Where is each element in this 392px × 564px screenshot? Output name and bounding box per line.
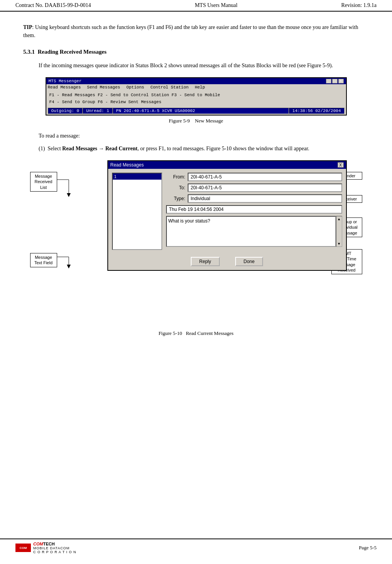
- close-btn[interactable]: X: [338, 79, 344, 83]
- annotation-box-msg-text: MessageText Field: [30, 253, 57, 267]
- message-list-item[interactable]: 1: [113, 173, 161, 180]
- logo-name: COMTECH: [33, 542, 76, 546]
- read-instruction: To read a message:: [39, 132, 369, 140]
- menu-read-messages[interactable]: Read Messages: [48, 85, 81, 90]
- page-number: Page 5-5: [359, 545, 377, 551]
- dialog-buttons: Reply Done: [108, 254, 346, 270]
- step-number: (1): [39, 146, 45, 151]
- mts-messenger-window: MTS Messenger _ □ X Read Messages Send M…: [46, 77, 347, 116]
- annotation-message-received-list: MessageReceivedList: [30, 172, 57, 192]
- dialog-area: MessageReceivedList Sender Receiver: [30, 160, 362, 323]
- step-rest: , or press F1, to read messages. Figure …: [137, 146, 309, 151]
- body-paragraph: If the incoming messages queue indicator…: [39, 61, 369, 70]
- shortcuts-line2: F4 - Send to Group F6 - Review Sent Mess…: [49, 99, 343, 106]
- dialog-titlebar: Read Messages X: [108, 161, 346, 169]
- annotation-msg-text-field: MessageText Field: [30, 253, 57, 267]
- status-info: PN 20I-40-671-A-5 XCVR USA00002: [113, 108, 289, 114]
- dialog-title: Read Messages: [110, 162, 144, 168]
- message-text-area: What is your status?: [166, 216, 336, 247]
- reply-button[interactable]: Reply: [191, 257, 220, 266]
- tip-label: TIP: [23, 24, 32, 30]
- figure-9-title: New Message: [195, 118, 223, 124]
- main-content: TIP: Using keyboard shortcuts such as th…: [0, 12, 392, 360]
- logo-sub2: C O R P O R A T I O N: [33, 550, 76, 554]
- arrow-msg-list: [57, 176, 96, 199]
- dialog-body: 1 From: 20I-40-671-A-5 To: 20I-40-671-A-…: [108, 169, 346, 254]
- date-value: Thu Feb 19 14:04:56 2004: [166, 205, 342, 214]
- tip-paragraph: TIP: Using keyboard shortcuts such as th…: [23, 23, 369, 39]
- scroll-up-arrow[interactable]: ▲: [337, 217, 341, 221]
- svg-marker-2: [67, 193, 71, 197]
- footer-logo: COM COMTECH MOBILE DATACOM C O R P O R A…: [15, 542, 76, 554]
- mts-menubar: Read Messages Send Messages Options Cont…: [46, 84, 346, 90]
- dialog-close-button[interactable]: X: [338, 162, 344, 168]
- maximize-btn[interactable]: □: [332, 79, 338, 83]
- from-value: 20I-40-671-A-5: [188, 173, 342, 181]
- to-value: 20I-40-671-A-5: [188, 183, 342, 192]
- done-button[interactable]: Done: [235, 257, 263, 266]
- header-center: MTS Users Manual: [195, 2, 237, 8]
- type-value: Individual: [188, 194, 342, 203]
- menu-options[interactable]: Options: [126, 85, 144, 90]
- logo-text-group: COMTECH MOBILE DATACOM C O R P O R A T I…: [33, 542, 76, 554]
- to-label: To:: [166, 185, 185, 190]
- scrollbar[interactable]: ▲ ▼: [336, 216, 342, 247]
- logo-com: COM: [33, 542, 43, 546]
- message-list-panel: 1: [112, 173, 162, 250]
- header-right: Revision: 1.9.1a: [341, 2, 377, 8]
- figure-9-number: Figure 5-9: [169, 118, 190, 124]
- tip-text: : Using keyboard shortcuts such as the f…: [23, 24, 358, 38]
- mts-statusbar: Outgoing: 0 Unread: 1 PN 20I-40-671-A-5 …: [46, 107, 346, 115]
- header-left: Contract No. DAAB15-99-D-0014: [15, 2, 91, 8]
- figure-10-caption: Figure 5-10 Read Current Messages: [23, 330, 369, 336]
- page-footer: COM COMTECH MOBILE DATACOM C O R P O R A…: [0, 539, 392, 556]
- status-unread: Unread: 1: [83, 108, 112, 114]
- figure-9-caption: Figure 5-9 New Message: [23, 118, 369, 124]
- logo-icon: COM: [15, 544, 31, 552]
- figure-10-number: Figure 5-10: [158, 330, 182, 336]
- menu-control-station[interactable]: Control Station: [150, 85, 188, 90]
- titlebar-buttons: _ □ X: [326, 79, 344, 83]
- to-row: To: 20I-40-671-A-5: [166, 183, 342, 192]
- type-label: Type:: [166, 196, 185, 201]
- step-paragraph: (1) Select Read Messages → Read Current,…: [39, 144, 369, 153]
- type-row: Type: Individual: [166, 194, 342, 203]
- from-row: From: 20I-40-671-A-5: [166, 173, 342, 181]
- date-row: Thu Feb 19 14:04:56 2004: [166, 205, 342, 214]
- mts-shortcut-content: F1 - Read Messages F2 - Send to Control …: [46, 90, 346, 107]
- menu-help[interactable]: Help: [195, 85, 205, 90]
- message-text: What is your status?: [168, 218, 210, 224]
- annotation-box-msg-list: MessageReceivedList: [30, 172, 57, 192]
- logo-tech: TECH: [43, 542, 55, 546]
- status-outgoing: Outgoing: 0: [48, 108, 83, 114]
- svg-marker-11: [67, 265, 71, 268]
- minimize-btn[interactable]: _: [326, 79, 331, 83]
- status-time: 14:38:56 02/20/2004: [289, 108, 344, 114]
- page-header: Contract No. DAAB15-99-D-0014 MTS Users …: [0, 0, 392, 12]
- section-title: Reading Received Messages: [38, 49, 107, 55]
- message-detail-panel: From: 20I-40-671-A-5 To: 20I-40-671-A-5 …: [166, 173, 342, 250]
- section-heading: 5.3.1 Reading Received Messages: [23, 49, 369, 55]
- read-messages-dialog: Read Messages X 1 From: 20I-40-671-A-5 T…: [107, 160, 347, 271]
- figure-10-title: Read Current Messages: [186, 330, 233, 336]
- mts-titlebar: MTS Messenger _ □ X: [46, 78, 346, 84]
- step-text: Select: [48, 146, 62, 151]
- message-text-container: What is your status? ▲ ▼: [166, 216, 342, 247]
- mts-title: MTS Messenger: [49, 79, 82, 83]
- step-bold: Read Messages → Read Current: [62, 146, 137, 151]
- shortcuts-line1: F1 - Read Messages F2 - Send to Control …: [49, 92, 343, 99]
- menu-send-messages[interactable]: Send Messages: [87, 85, 120, 90]
- arrow-msg-text: [57, 253, 96, 268]
- from-label: From:: [166, 174, 185, 180]
- section-number: 5.3.1: [23, 49, 35, 55]
- logo-sub1: MOBILE DATACOM: [33, 546, 76, 550]
- scroll-down-arrow[interactable]: ▼: [337, 242, 341, 246]
